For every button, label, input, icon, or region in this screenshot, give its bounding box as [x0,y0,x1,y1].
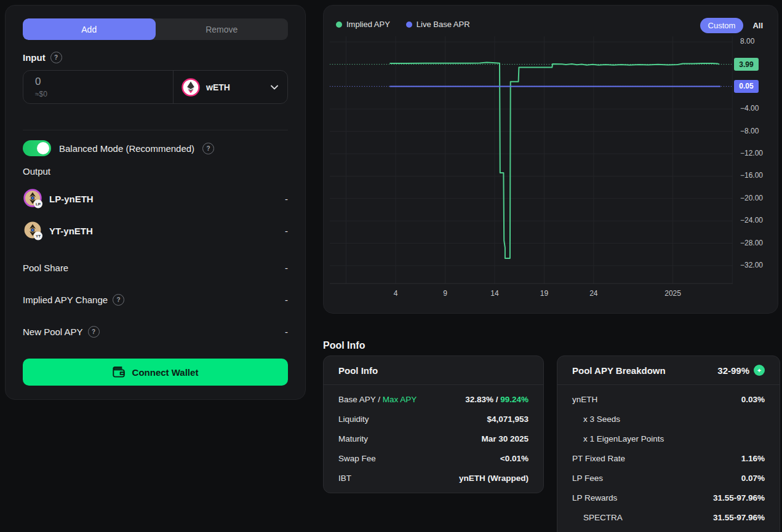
pool-apy-card-header: Pool APY Breakdown 32-99% [557,356,780,385]
card-row: Liquidity$4,071,953 [338,409,529,429]
pool-apy-range-value: 32-99% [717,365,749,376]
pool-info-card-header: Pool Info [324,356,543,385]
liquidity-panel: Add Remove Input 0 ≈$0 [5,5,306,400]
token-selector[interactable]: wETH [173,71,287,103]
input-label-row: Input [23,51,288,63]
pool-info-heading: Pool Info [323,340,365,351]
wallet-icon [113,367,126,378]
balanced-mode-toggle[interactable] [23,140,51,156]
series-implied-apy [389,63,719,259]
card-row-label: Base APY / Max APY [338,395,417,404]
y-axis-label: −32.00 [740,261,778,269]
help-icon[interactable] [88,326,100,338]
weth-token-icon [182,78,200,97]
price-chart[interactable] [324,6,779,314]
connect-wallet-button[interactable]: Connect Wallet [23,359,288,386]
tab-remove[interactable]: Remove [156,18,289,40]
card-row: Swap Fee<0.01% [338,448,529,468]
output-value: - [285,226,288,236]
summary-value: - [285,263,288,273]
card-row-value: 0.07% [741,474,765,483]
connect-wallet-label: Connect Wallet [132,367,199,378]
balanced-mode-row: Balanced Mode (Recommended) [23,140,288,156]
help-icon[interactable] [113,294,124,306]
y-axis-label: −28.00 [740,239,778,247]
last-value-badge: 3.99 [734,58,759,71]
summary-value: - [285,295,288,305]
amount-input[interactable]: 0 [35,76,173,88]
last-value-badge: 0.05 [734,80,759,93]
summary-value: - [285,327,288,337]
y-axis-label: −8.00 [740,127,778,135]
card-row-value: 1.16% [741,454,765,463]
svg-text:LP: LP [36,202,41,206]
card-row-label: Swap Fee [338,454,376,463]
output-row: YT YT-ynETH- [23,220,288,241]
x-axis-label: 14 [473,289,516,298]
amount-area[interactable]: 0 ≈$0 [23,71,173,103]
card-row: MaturityMar 30 2025 [338,429,529,448]
pool-info-rows: Base APY / Max APY32.83% / 99.24%Liquidi… [324,385,543,494]
card-row: ynETH0.03% [572,389,765,409]
summary-label: Implied APY Change [23,295,108,305]
card-row: IBTynETH (Wrapped) [338,468,529,488]
lp-token-icon: LP [23,188,44,209]
card-row-value: Mar 30 2025 [481,434,529,443]
balanced-mode-label: Balanced Mode (Recommended) [59,143,194,154]
card-row-value: $4,071,953 [487,415,529,424]
card-row-label: x 1 EigenLayer Points [572,434,664,443]
output-rows: LP LP-ynETH- YT YT-ynETH- [23,188,288,241]
chart-card: Implied APYLive Base APR CustomAll 8.00−… [323,5,778,314]
yt-token-icon: YT [23,220,44,241]
summary-label: Pool Share [23,263,68,273]
card-row-label: LP Fees [572,474,603,483]
y-axis-label: −12.00 [740,149,778,157]
tab-add[interactable]: Add [23,18,156,40]
pool-apy-rows: ynETH0.03%x 3 Seedsx 1 EigenLayer Points… [557,385,780,532]
card-row-value: 31.55-97.96% [713,513,765,522]
summary-row: New Pool APY- [23,326,288,337]
output-label: Output [23,166,288,177]
card-row: x 1 EigenLayer Points [572,429,765,448]
sparkle-icon[interactable] [754,365,765,376]
svg-text:YT: YT [36,234,41,238]
chevron-down-icon [271,85,278,90]
help-icon[interactable] [202,143,214,154]
card-row-value: ynETH (Wrapped) [459,474,529,483]
y-axis-label: −24.00 [740,216,778,224]
card-row: LP Fees0.07% [572,468,765,488]
card-row-label: IBT [338,474,351,483]
amount-input-box: 0 ≈$0 wETH [23,70,288,104]
card-row: PT Fixed Rate1.16% [572,448,765,468]
card-row-label: ynETH [572,395,597,404]
y-axis-label: −16.00 [740,171,778,180]
y-axis-label: 8.00 [740,37,778,46]
x-axis-label: 2025 [652,289,695,298]
input-label: Input [23,52,46,63]
card-row-value: 0.03% [741,395,765,404]
x-axis-label: 9 [423,289,466,298]
token-name: wETH [206,82,230,92]
summary-row: Pool Share- [23,262,288,273]
card-row-value: 32.83% / 99.24% [465,395,529,404]
summary-rows: Pool Share-Implied APY Change-New Pool A… [23,262,288,337]
pool-apy-card-title: Pool APY Breakdown [572,365,666,376]
card-row: x 3 Seeds [572,409,765,429]
card-row-value: 31.55-97.96% [713,493,765,502]
card-row-label: Maturity [338,434,368,443]
card-row: Base APY / Max APY32.83% / 99.24% [338,389,529,409]
card-row-label: LP Rewards [572,493,617,502]
pool-info-card-title: Pool Info [338,365,378,376]
divider [23,130,288,130]
help-icon[interactable] [50,52,62,63]
card-row: LP Rewards31.55-97.96% [572,488,765,507]
card-row-label: Liquidity [338,415,369,424]
summary-label: New Pool APY [23,327,83,337]
pool-info-card: Pool Info Base APY / Max APY32.83% / 99.… [323,355,544,493]
app-root: Add Remove Input 0 ≈$0 [0,0,782,532]
card-row-value: <0.01% [500,454,529,463]
output-token-name: YT-ynETH [49,226,93,236]
output-token-name: LP-ynETH [49,194,94,204]
x-axis-label: 4 [374,289,417,298]
output-row: LP LP-ynETH- [23,188,288,209]
